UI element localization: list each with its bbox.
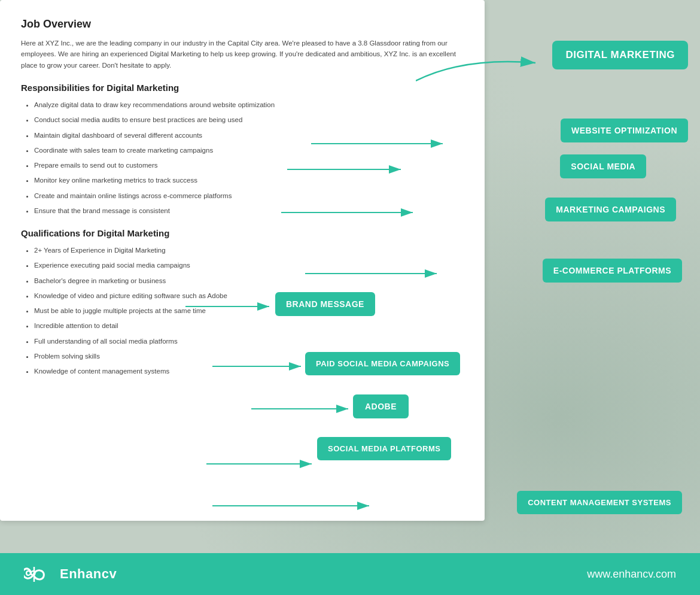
content-management-badge: CONTENT MANAGEMENT SYSTEMS bbox=[517, 491, 682, 514]
arrow-cms bbox=[212, 497, 386, 515]
doc-title: Job Overview bbox=[21, 18, 464, 31]
list-item: Analyze digital data to draw key recomme… bbox=[34, 100, 464, 110]
responsibilities-heading: Responsibilities for Digital Marketing bbox=[21, 83, 464, 93]
social-media-platforms-badge: SOCIAL MEDIA PLATFORMS bbox=[317, 437, 451, 460]
arrow-adobe bbox=[251, 400, 365, 418]
enhancv-logo-icon: ∞ bbox=[24, 564, 54, 585]
footer-logo-text: Enhancv bbox=[60, 566, 117, 582]
footer-url: www.enhancv.com bbox=[587, 568, 676, 581]
arrow-website-opt bbox=[311, 135, 461, 153]
arrow-social-media bbox=[287, 160, 419, 178]
arrow-smp bbox=[206, 455, 329, 473]
list-item: Full understanding of all social media p… bbox=[34, 336, 464, 347]
footer: ∞ Enhancv www.enhancv.com bbox=[0, 553, 700, 595]
arrow-digital-marketing bbox=[416, 45, 547, 93]
brand-message-badge: BRAND MESSAGE bbox=[275, 292, 375, 316]
list-item: Conduct social media audits to ensure be… bbox=[34, 115, 464, 125]
responsibilities-list: Analyze digital data to draw key recomme… bbox=[21, 100, 464, 216]
arrow-paid-social bbox=[212, 357, 317, 375]
ecommerce-badge: E-COMMERCE PLATFORMS bbox=[543, 259, 682, 283]
website-optimization-badge: WEBSITE OPTIMIZATION bbox=[561, 119, 688, 142]
doc-intro: Here at XYZ Inc., we are the leading com… bbox=[21, 38, 464, 71]
list-item: Create and maintain online listings acro… bbox=[34, 191, 464, 201]
arrow-brand bbox=[185, 298, 284, 315]
footer-logo: ∞ Enhancv bbox=[24, 564, 117, 585]
logo-svg: ∞ bbox=[24, 564, 54, 585]
arrow-marketing bbox=[281, 204, 431, 221]
paid-social-badge: PAID SOCIAL MEDIA CAMPAIGNS bbox=[305, 352, 460, 375]
marketing-campaigns-badge: MARKETING CAMPAIGNS bbox=[545, 198, 676, 221]
list-item: Incredible attention to detail bbox=[34, 321, 464, 331]
digital-marketing-badge: DIGITAL MARKETING bbox=[552, 41, 688, 69]
qualifications-heading: Qualifications for Digital Marketing bbox=[21, 228, 464, 238]
list-item: 2+ Years of Experience in Digital Market… bbox=[34, 245, 464, 256]
social-media-badge: SOCIAL MEDIA bbox=[560, 154, 646, 178]
arrow-ecommerce bbox=[305, 265, 455, 283]
